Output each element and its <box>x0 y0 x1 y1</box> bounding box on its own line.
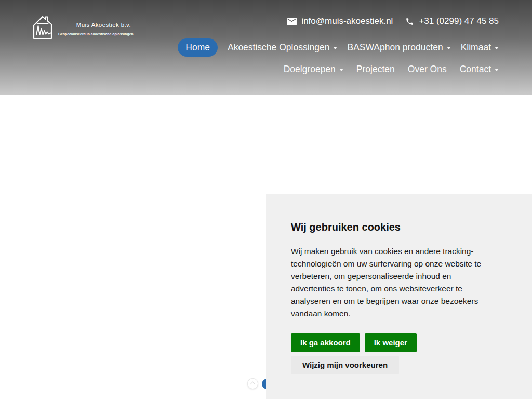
nav-item-akoestische-oplossingen[interactable]: Akoestische Oplossingen <box>228 42 338 53</box>
cookie-consent-panel: Wij gebruiken cookies Wij maken gebruik … <box>266 194 532 399</box>
phone-icon <box>405 17 414 26</box>
cookie-body-text: Wij maken gebruik van cookies en andere … <box>291 245 496 320</box>
chevron-down-icon <box>447 47 451 49</box>
nav-label: Over Ons <box>408 64 447 75</box>
nav-label: Akoestische Oplossingen <box>228 42 330 53</box>
brand-name: Muis Akoestiek b.v. <box>53 22 131 28</box>
nav-label: Contact <box>460 64 491 75</box>
header-contact-row: info@muis-akoestiek.nl +31 (0299) 47 45 … <box>287 16 499 26</box>
cookie-preferences-button[interactable]: Wijzig mijn voorkeuren <box>291 356 399 374</box>
chevron-down-icon <box>495 69 499 71</box>
nav-item-contact[interactable]: Contact <box>460 64 499 75</box>
main-nav-row-2: Doelgroepen Projecten Over Ons Contact <box>284 61 499 77</box>
chevron-up-icon <box>250 382 256 387</box>
nav-item-projecten[interactable]: Projecten <box>356 64 395 75</box>
house-soundwave-icon <box>32 15 53 41</box>
cookie-title: Wij gebruiken cookies <box>291 221 500 233</box>
chevron-down-icon <box>495 47 499 49</box>
main-nav-row-1: Home Akoestische Oplossingen BASWAphon p… <box>178 37 499 57</box>
nav-label: Home <box>185 42 210 53</box>
envelope-icon <box>287 18 297 25</box>
email-link[interactable]: info@muis-akoestiek.nl <box>287 16 393 26</box>
nav-label: BASWAphon producten <box>347 42 443 53</box>
deny-cookies-button[interactable]: Ik weiger <box>365 333 417 352</box>
phone-text: +31 (0299) 47 45 85 <box>419 16 499 26</box>
nav-label: Klimaat <box>461 42 491 53</box>
cookie-button-row: Ik ga akkoord Ik weiger <box>291 333 500 352</box>
phone-link[interactable]: +31 (0299) 47 45 85 <box>405 16 499 26</box>
carousel-dot-inactive[interactable] <box>247 378 258 389</box>
email-text: info@muis-akoestiek.nl <box>301 16 393 26</box>
site-header: Muis Akoestiek b.v. Gespecialiseerd in a… <box>0 0 532 95</box>
nav-item-baswaphon-producten[interactable]: BASWAphon producten <box>347 42 450 53</box>
page: Muis Akoestiek b.v. Gespecialiseerd in a… <box>0 0 532 399</box>
brand-tagline: Gespecialiseerd in akoestische oplossing… <box>58 32 128 36</box>
nav-label: Doelgroepen <box>284 64 336 75</box>
chevron-down-icon <box>333 47 337 49</box>
logo-underline <box>56 38 131 38</box>
company-logo[interactable]: Muis Akoestiek b.v. Gespecialiseerd in a… <box>32 15 131 42</box>
chevron-down-icon <box>339 69 343 71</box>
logo-divider-line <box>53 30 131 30</box>
nav-item-home[interactable]: Home <box>178 38 218 57</box>
nav-item-doelgroepen[interactable]: Doelgroepen <box>284 64 343 75</box>
nav-item-over-ons[interactable]: Over Ons <box>408 64 447 75</box>
accept-cookies-button[interactable]: Ik ga akkoord <box>291 333 360 352</box>
nav-label: Projecten <box>356 64 395 75</box>
nav-item-klimaat[interactable]: Klimaat <box>461 42 499 53</box>
